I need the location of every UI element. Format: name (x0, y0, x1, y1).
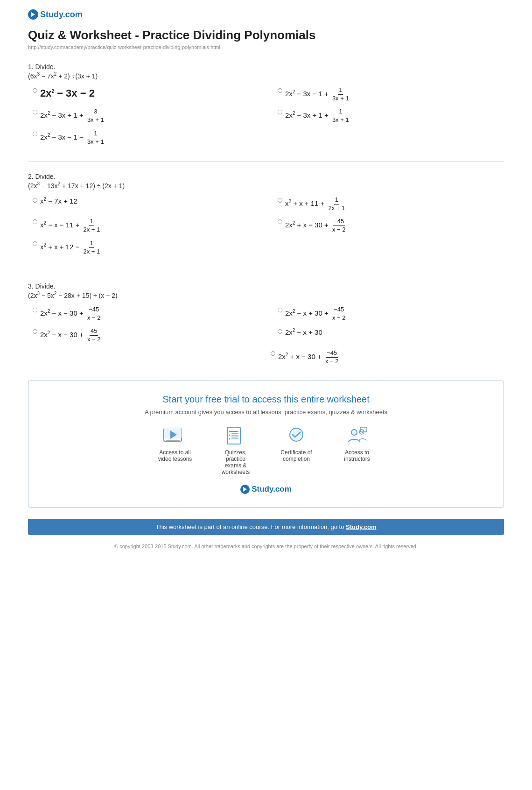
trial-title: Start your free trial to access this ent… (47, 394, 485, 405)
option-3c-text: 2x2 − x − 30 + 45 x − 2 (40, 327, 102, 344)
footer-text: This worksheet is part of an online cour… (155, 523, 344, 530)
fraction-1c: 3 3x + 1 (86, 108, 105, 124)
radio-2e (33, 241, 37, 246)
feature-quizzes: Quizzes, practiceexams & worksheets (215, 426, 257, 475)
fraction-2e: 1 2x + 1 (83, 240, 101, 256)
option-2d-text: 2x2 + x − 30 + −45 x − 2 (285, 218, 347, 234)
radio-2c (33, 219, 37, 224)
trial-logo-icon (240, 485, 250, 494)
option-2e-text: x2 + x + 12 − 1 2x + 1 (40, 240, 102, 256)
question-2-expr: (2x3 − 13x2 + 17x + 12) ÷ (2x + 1) (28, 181, 504, 190)
fraction-1d: 1 3x + 1 (331, 108, 350, 124)
feature-instructors: Access toinstructors (336, 426, 378, 475)
logo-icon (28, 9, 38, 20)
option-3a[interactable]: 2x2 − x − 30 + −45 x − 2 (33, 306, 259, 322)
logo: Study.com (28, 9, 504, 20)
fraction-2d: −45 x − 2 (331, 218, 347, 234)
option-3e[interactable]: 2x2 + x − 30 + −45 x − 2 (271, 349, 504, 366)
option-2e[interactable]: x2 + x + 12 − 1 2x + 1 (33, 240, 259, 256)
feature-video: Access to allvideo lessons (154, 426, 196, 475)
option-1a[interactable]: 2x2 − 3x − 2 (33, 86, 259, 103)
feature-certificate: Certificate ofcompletion (275, 426, 317, 475)
footer-link[interactable]: Study.com (346, 523, 377, 530)
video-icon (163, 426, 187, 445)
radio-1b (278, 88, 282, 93)
option-1c-text: 2x2 − 3x + 1 + 3 3x + 1 (40, 108, 106, 124)
certificate-icon (284, 426, 308, 445)
option-1d-text: 2x2 − 3x + 1 + 1 3x + 1 (285, 108, 351, 124)
radio-1d (278, 110, 282, 114)
svg-point-10 (229, 438, 231, 440)
quizzes-icon (224, 426, 248, 445)
svg-point-17 (351, 430, 357, 435)
option-3b[interactable]: 2x2 − x + 30 + −45 x − 2 (278, 306, 504, 322)
option-1d[interactable]: 2x2 − 3x + 1 + 1 3x + 1 (278, 108, 504, 124)
radio-2b (278, 198, 282, 203)
option-1e-text: 2x2 − 3x − 1 − 1 3x + 1 (40, 130, 106, 146)
question-3-expr: (2x3 − 5x2 − 28x + 15) ÷ (x − 2) (28, 291, 504, 299)
radio-3d (278, 329, 282, 334)
question-3-number: 3. Divide. (28, 282, 504, 290)
question-1-number: 1. Divide. (28, 63, 504, 71)
fraction-2b: 1 2x + 1 (328, 196, 346, 212)
svg-marker-0 (31, 12, 35, 17)
copyright: © copyright 2003-2015 Study.com. All oth… (28, 543, 504, 551)
feature-certificate-label: Certificate ofcompletion (280, 449, 312, 462)
svg-point-16 (290, 428, 303, 441)
question-1-expr: (6x3 − 7x2 + 2) ÷(3x + 1) (28, 71, 504, 80)
trial-features: Access to allvideo lessons (47, 426, 485, 475)
svg-marker-21 (243, 487, 247, 492)
question-1: 1. Divide. (6x3 − 7x2 + 2) ÷(3x + 1) 2x2… (28, 63, 504, 146)
option-2c[interactable]: x2 − x − 11 + 1 2x + 1 (33, 218, 259, 234)
logo-text: Study.com (40, 10, 83, 20)
svg-point-9 (229, 435, 231, 436)
option-3c[interactable]: 2x2 − x − 30 + 45 x − 2 (33, 327, 259, 344)
question-2: 2. Divide. (2x3 − 13x2 + 17x + 12) ÷ (2x… (28, 173, 504, 256)
option-2c-text: x2 − x − 11 + 1 2x + 1 (40, 218, 102, 234)
fraction-2c: 1 2x + 1 (83, 218, 101, 234)
option-2b-text: x2 + x + 11 + 1 2x + 1 (285, 196, 347, 212)
option-2a-text: x2 − 7x + 12 (40, 196, 77, 206)
option-1b-text: 2x2 − 3x − 1 + 1 3x + 1 (285, 86, 351, 103)
trial-subtitle: A premium account gives you access to al… (47, 409, 485, 416)
option-2a[interactable]: x2 − 7x + 12 (33, 196, 259, 212)
radio-1a (33, 88, 37, 93)
radio-3b (278, 308, 282, 312)
option-1e[interactable]: 2x2 − 3x − 1 − 1 3x + 1 (33, 130, 259, 146)
fraction-3e: −45 x − 2 (324, 349, 340, 366)
feature-instructors-label: Access toinstructors (344, 449, 370, 462)
radio-3c (33, 329, 37, 334)
page-title: Quiz & Worksheet - Practice Dividing Pol… (28, 28, 504, 42)
trial-logo-text: Study.com (252, 485, 292, 494)
option-3d[interactable]: 2x2 − x + 30 (278, 327, 504, 344)
fraction-3c: 45 x − 2 (86, 327, 102, 344)
radio-2d (278, 219, 282, 224)
radio-1e (33, 132, 37, 136)
feature-video-label: Access to allvideo lessons (158, 449, 192, 462)
instructors-icon (345, 426, 369, 445)
trial-box: Start your free trial to access this ent… (28, 381, 504, 508)
radio-3a (33, 308, 37, 312)
option-1a-text: 2x2 − 3x − 2 (40, 86, 95, 101)
question-3: 3. Divide. (2x3 − 5x2 − 28x + 15) ÷ (x −… (28, 282, 504, 366)
option-3a-text: 2x2 − x − 30 + −45 x − 2 (40, 306, 102, 322)
radio-2a (33, 198, 37, 203)
option-3e-text: 2x2 + x − 30 + −45 x − 2 (278, 349, 340, 366)
fraction-1e: 1 3x + 1 (86, 130, 105, 146)
page-url: http://study.com/academy/practice/quiz-w… (28, 44, 504, 50)
fraction-1b: 1 3x + 1 (331, 86, 350, 103)
radio-3e (271, 351, 275, 356)
option-2b[interactable]: x2 + x + 11 + 1 2x + 1 (278, 196, 504, 212)
svg-point-8 (229, 431, 231, 432)
option-3b-text: 2x2 − x + 30 + −45 x − 2 (285, 306, 347, 322)
option-1c[interactable]: 2x2 − 3x + 1 + 3 3x + 1 (33, 108, 259, 124)
footer-banner: This worksheet is part of an online cour… (28, 519, 504, 535)
option-1b[interactable]: 2x2 − 3x − 1 + 1 3x + 1 (278, 86, 504, 103)
radio-1c (33, 110, 37, 114)
fraction-3b: −45 x − 2 (331, 306, 347, 322)
option-3d-text: 2x2 − x + 30 (285, 327, 322, 337)
svg-rect-4 (166, 440, 180, 441)
option-2d[interactable]: 2x2 + x − 30 + −45 x − 2 (278, 218, 504, 234)
question-2-number: 2. Divide. (28, 173, 504, 180)
trial-logo: Study.com (47, 485, 485, 494)
